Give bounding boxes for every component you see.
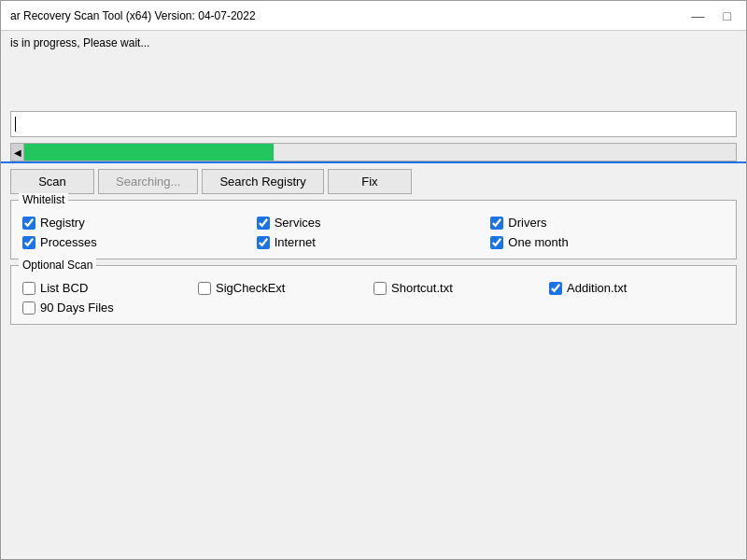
whitelist-label-processes: Processes	[40, 235, 97, 249]
whitelist-label-one-month: One month	[508, 235, 568, 249]
progress-bar-container: ◀	[10, 143, 737, 161]
scan-button[interactable]: Scan	[10, 169, 94, 194]
whitelist-label-services: Services	[275, 216, 321, 230]
optional-item-addition-txt[interactable]: Addition.txt	[549, 281, 725, 295]
whitelist-checkbox-internet[interactable]	[257, 236, 270, 249]
whitelist-item-services[interactable]: Services	[257, 216, 491, 230]
window-controls: — □	[686, 9, 737, 22]
whitelist-item-drivers[interactable]: Drivers	[490, 216, 725, 230]
whitelist-checkbox-one-month[interactable]	[490, 236, 503, 249]
optional-label-90-days: 90 Days Files	[40, 301, 114, 315]
optional-item-list-bcd[interactable]: List BCD	[22, 281, 198, 295]
searching-button[interactable]: Searching...	[98, 169, 198, 194]
main-content: Whitelist Registry Services Drivers Proc…	[1, 200, 746, 559]
optional-item-shortcut-txt[interactable]: Shortcut.txt	[374, 281, 549, 295]
status-message: is in progress, Please wait...	[1, 31, 746, 55]
fix-button[interactable]: Fix	[328, 169, 412, 194]
optional-scan-grid-row2: 90 Days Files	[22, 301, 725, 315]
maximize-button[interactable]: □	[718, 9, 737, 22]
optional-label-addition-txt: Addition.txt	[567, 281, 627, 295]
whitelist-label-drivers: Drivers	[508, 216, 546, 230]
optional-item-sigcheck-ext[interactable]: SigCheckExt	[198, 281, 374, 295]
minimize-button[interactable]: —	[686, 9, 711, 22]
optional-scan-section: Optional Scan List BCD SigCheckExt Short…	[10, 265, 737, 325]
whitelist-item-internet[interactable]: Internet	[257, 235, 491, 249]
whitelist-label-registry: Registry	[40, 216, 85, 230]
text-input-area[interactable]	[10, 111, 737, 137]
whitelist-label: Whitelist	[19, 193, 68, 206]
search-registry-button[interactable]: Search Registry	[202, 169, 323, 194]
toolbar: Scan Searching... Search Registry Fix	[1, 161, 746, 200]
whitelist-checkbox-drivers[interactable]	[490, 217, 503, 230]
whitelist-item-one-month[interactable]: One month	[490, 235, 725, 249]
status-text: is in progress, Please wait...	[10, 36, 149, 49]
whitelist-checkbox-processes[interactable]	[22, 236, 35, 249]
optional-checkbox-shortcut-txt[interactable]	[374, 282, 387, 295]
whitelist-grid: Registry Services Drivers Processes Inte…	[22, 216, 725, 249]
whitelist-checkbox-registry[interactable]	[22, 217, 35, 230]
title-bar: ar Recovery Scan Tool (x64) Version: 04-…	[1, 1, 746, 31]
progress-arrow-left[interactable]: ◀	[11, 144, 24, 161]
progress-track	[24, 144, 736, 161]
optional-checkbox-90-days[interactable]	[22, 301, 35, 315]
whitelist-section: Whitelist Registry Services Drivers Proc…	[10, 200, 737, 259]
spacer	[1, 55, 746, 111]
whitelist-label-internet: Internet	[275, 235, 316, 249]
optional-checkbox-sigcheck-ext[interactable]	[198, 282, 211, 295]
optional-item-90-days[interactable]: 90 Days Files	[22, 301, 198, 315]
app-window: ar Recovery Scan Tool (x64) Version: 04-…	[0, 0, 747, 560]
progress-fill	[24, 144, 274, 161]
window-title: ar Recovery Scan Tool (x64) Version: 04-…	[10, 9, 256, 22]
optional-label-shortcut-txt: Shortcut.txt	[391, 281, 453, 295]
whitelist-checkbox-services[interactable]	[257, 217, 270, 230]
optional-scan-grid-row1: List BCD SigCheckExt Shortcut.txt Additi…	[22, 281, 725, 295]
optional-checkbox-addition-txt[interactable]	[549, 282, 562, 295]
optional-scan-label: Optional Scan	[19, 259, 96, 272]
whitelist-item-processes[interactable]: Processes	[22, 235, 257, 249]
whitelist-item-registry[interactable]: Registry	[22, 216, 257, 230]
optional-checkbox-list-bcd[interactable]	[22, 282, 35, 295]
text-cursor	[15, 117, 16, 132]
optional-label-list-bcd: List BCD	[40, 281, 88, 295]
optional-label-sigcheck-ext: SigCheckExt	[216, 281, 285, 295]
